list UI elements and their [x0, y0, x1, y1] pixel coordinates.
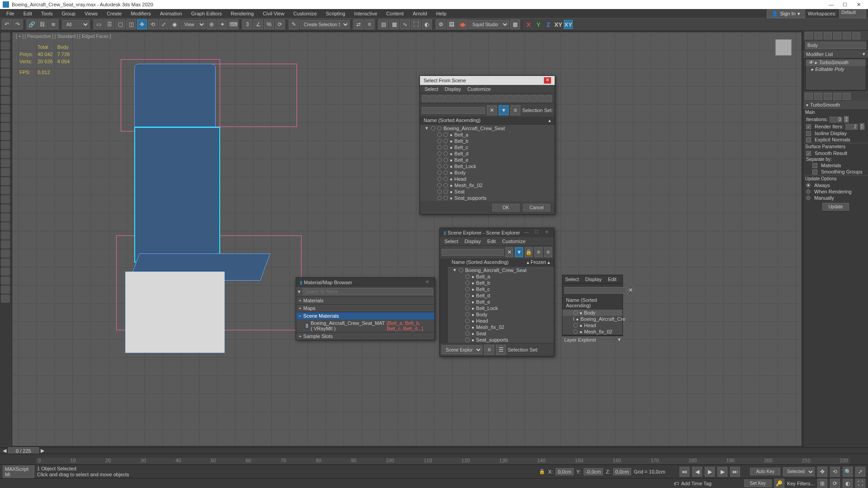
lt-icon[interactable] — [1, 42, 10, 50]
coord-y-field[interactable]: -0,0cm — [584, 468, 604, 475]
filter-icon[interactable] — [441, 310, 447, 316]
manually-radio[interactable] — [806, 196, 811, 200]
tree-item[interactable]: ● Seat_supports — [420, 195, 555, 201]
tb-icon[interactable] — [529, 95, 537, 102]
lt-icon[interactable] — [1, 222, 10, 230]
timeline[interactable]: 01020 304050 607080 90100110 120130140 1… — [0, 454, 868, 465]
tree-root[interactable]: ▾ Boeing_Aircraft_Crew_Seat — [420, 125, 555, 131]
menu-arnold[interactable]: Arnold — [408, 10, 432, 17]
show-end-result-icon[interactable] — [814, 93, 822, 100]
tree-item[interactable]: ● Seat_supports — [448, 337, 554, 343]
material-item[interactable]: Boeing_Aircraft_Crew_Seat_MAT ( VRayMtl … — [296, 319, 434, 332]
filter-icon[interactable] — [441, 259, 447, 266]
tb-icon[interactable] — [437, 95, 444, 102]
ok-button[interactable]: OK — [492, 204, 519, 211]
menu-animation[interactable]: Animation — [156, 10, 187, 17]
key-target-dropdown[interactable]: Selected — [783, 467, 815, 476]
sample-slots-section[interactable]: + Sample Slots — [296, 332, 434, 340]
tree-item[interactable]: ● Mesh_fix_02 — [420, 182, 555, 188]
nav-icon[interactable]: ◐ — [843, 479, 853, 488]
lt-icon[interactable] — [1, 213, 10, 221]
tb-icon[interactable] — [491, 95, 498, 102]
tree-item[interactable]: ● Belt_e — [420, 157, 555, 163]
smooth-result-checkbox[interactable] — [806, 151, 811, 156]
lt-icon[interactable] — [1, 204, 10, 212]
menu-file[interactable]: File — [2, 10, 19, 17]
axis-xy-button[interactable]: XY — [554, 20, 563, 29]
axis-x-button[interactable]: X — [524, 20, 533, 29]
play-button[interactable]: ▶ — [705, 467, 715, 477]
close-icon[interactable]: ✕ — [424, 279, 431, 286]
coord-x-field[interactable]: 0,0cm — [556, 468, 574, 475]
always-radio[interactable] — [806, 183, 811, 188]
dialog-titlebar[interactable]: ▮ Material/Map Browser ✕ — [296, 278, 434, 287]
explorer-type-dropdown[interactable]: Scene Explorer — [442, 345, 482, 354]
lt-icon[interactable] — [1, 159, 10, 167]
selection-filter[interactable]: All — [62, 20, 90, 29]
scale-button[interactable]: ⤢ — [159, 19, 169, 29]
explorer-type-label[interactable]: Layer Explorer — [564, 337, 597, 343]
utilities-tab-icon[interactable] — [852, 32, 860, 39]
nav-icon[interactable]: ✥ — [817, 467, 827, 477]
tree-item[interactable]: ● Seat — [420, 188, 555, 195]
tb-icon[interactable] — [545, 95, 552, 102]
tree-item[interactable]: ● Body — [448, 311, 554, 318]
search-input[interactable] — [564, 287, 626, 294]
tree-item[interactable]: ● Head — [448, 318, 554, 324]
layer-explorer-button[interactable]: ▤ — [378, 19, 388, 29]
next-frame-button[interactable]: ▶ — [717, 467, 727, 477]
viewport[interactable]: [ + ] [ Perspective ] [ Standard ] [ Edg… — [12, 32, 802, 446]
filter-icon[interactable] — [441, 303, 447, 309]
bind-button[interactable]: ≋ — [48, 19, 58, 29]
ref-coord-dropdown[interactable]: View — [180, 20, 206, 29]
goto-end-button[interactable]: ⏭ — [730, 467, 740, 477]
redo-button[interactable]: ↷ — [13, 19, 23, 29]
key-filters-button[interactable]: Key Filters... — [787, 481, 815, 486]
tree-item[interactable]: ● Body — [420, 169, 555, 176]
lt-icon[interactable] — [1, 123, 10, 131]
dialog-titlebar[interactable]: Select From Scene ✕ — [420, 76, 555, 85]
mirror-button[interactable]: ⇄ — [354, 19, 363, 29]
goto-start-button[interactable]: ⏮ — [679, 467, 689, 477]
lt-icon[interactable] — [1, 168, 10, 176]
spinner-snap-button[interactable]: ⟳ — [275, 19, 285, 29]
menu-modifiers[interactable]: Modifiers — [126, 10, 156, 17]
prev-frame-button[interactable]: ◀ — [692, 467, 702, 477]
lock-icon[interactable]: 🔒 — [539, 469, 545, 474]
lt-icon[interactable] — [1, 69, 10, 77]
column-header[interactable]: Name (Sorted Ascending) — [424, 117, 481, 123]
filter-icon[interactable] — [441, 324, 447, 331]
tb-icon[interactable] — [499, 95, 506, 102]
menu-views[interactable]: Views — [80, 10, 102, 17]
list-item[interactable]: ● Mesh_fix_02 — [562, 328, 623, 335]
menu-edit[interactable]: Edit — [487, 239, 496, 244]
lt-icon[interactable] — [1, 286, 10, 294]
search-menu-icon[interactable]: ▾ — [298, 289, 301, 295]
pivot-button[interactable]: ⊕ — [207, 19, 217, 29]
select-name-button[interactable]: ☰ — [104, 19, 114, 29]
tb-icon[interactable] — [460, 95, 467, 102]
remove-modifier-icon[interactable] — [833, 93, 841, 100]
lt-icon[interactable] — [1, 195, 10, 203]
clear-search-icon[interactable]: ✕ — [487, 105, 497, 115]
lt-icon[interactable] — [1, 231, 10, 239]
scrub-right-icon[interactable]: ▶ — [41, 448, 44, 454]
time-tag-icon[interactable]: 🏷 — [674, 481, 679, 486]
search-input[interactable] — [422, 107, 485, 114]
filter-icon[interactable]: ▼ — [499, 105, 509, 115]
menu-grapheditors[interactable]: Graph Editors — [187, 10, 226, 17]
filter-icon[interactable] — [441, 281, 447, 287]
render-preset-dropdown[interactable]: Squid Studio v — [468, 20, 509, 29]
rect-region-button[interactable]: ▢ — [115, 19, 125, 29]
iterations-input[interactable] — [830, 117, 842, 122]
lt-icon[interactable] — [1, 258, 10, 267]
tree-item[interactable]: ● Belt_b — [448, 280, 554, 286]
tree-item[interactable]: ● Belt_c — [448, 286, 554, 292]
lt-icon[interactable] — [1, 277, 10, 285]
autokey-button[interactable]: Auto Key — [750, 468, 780, 475]
lt-icon[interactable] — [1, 96, 10, 104]
axis-xy-active-button[interactable]: XY — [564, 20, 573, 29]
column-header[interactable]: Name (Sorted Ascending) — [452, 259, 509, 265]
align-button[interactable]: ≡ — [364, 19, 374, 29]
lt-icon[interactable] — [1, 114, 10, 122]
